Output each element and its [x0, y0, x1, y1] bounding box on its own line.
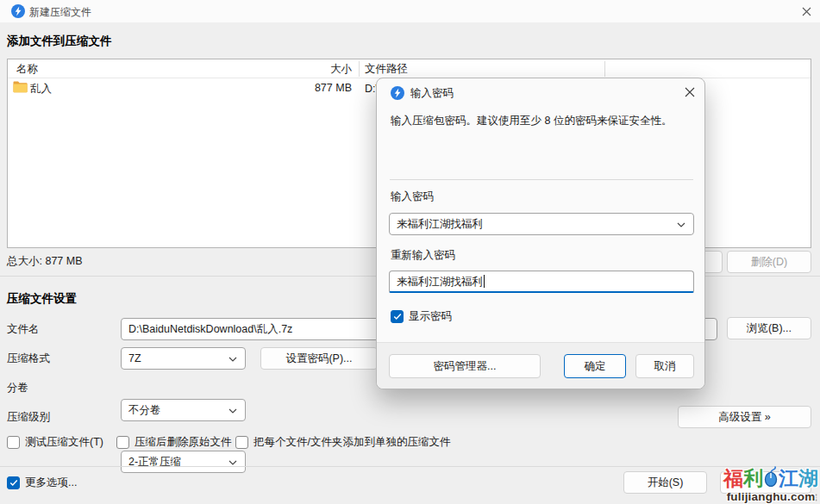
app-icon — [391, 86, 404, 100]
chevron-down-icon — [677, 222, 685, 227]
volume-label: 分卷 — [7, 376, 28, 399]
more-options-label: 更多选项... — [25, 476, 77, 490]
format-label: 压缩格式 — [7, 347, 50, 370]
column-header-name[interactable]: 名称 — [16, 62, 38, 77]
file-size: 877 MB — [266, 82, 352, 94]
resize-grip[interactable] — [810, 494, 817, 501]
window-title: 新建压缩文件 — [29, 5, 91, 20]
column-divider[interactable] — [359, 61, 360, 77]
checkbox-unchecked[interactable] — [7, 436, 20, 449]
total-size-label: 总大小: 877 MB — [7, 254, 83, 269]
file-name: 乱入 — [30, 82, 52, 96]
app-icon — [11, 4, 25, 18]
option-label: 压缩后删除原始文件 — [135, 435, 232, 450]
option-delete-after[interactable]: 压缩后删除原始文件 — [116, 435, 232, 450]
password-label: 输入密码 — [391, 185, 434, 208]
more-options-toggle[interactable]: 更多选项... — [7, 476, 77, 490]
add-files-section-title: 添加文件到压缩文件 — [7, 34, 112, 49]
dialog-close-button[interactable] — [680, 84, 699, 101]
column-header-size[interactable]: 大小 — [266, 62, 352, 77]
check-icon — [393, 313, 402, 320]
format-value: 7Z — [128, 352, 141, 364]
checkbox-checked[interactable] — [7, 476, 20, 489]
reenter-password-label: 重新输入密码 — [391, 244, 455, 266]
option-test-archive[interactable]: 测试压缩文件(T) — [7, 435, 103, 450]
cancel-button[interactable] — [720, 471, 811, 494]
check-icon — [9, 479, 18, 487]
folder-icon — [13, 81, 28, 93]
start-button[interactable]: 开始(S) — [623, 471, 707, 494]
reenter-password-value: 来福利江湖找福利 — [397, 276, 483, 288]
chevron-down-icon — [228, 357, 237, 362]
level-label: 压缩级别 — [7, 406, 50, 428]
browse-button[interactable]: 浏览(B)... — [727, 317, 811, 339]
divider — [0, 466, 820, 467]
archive-settings-section-title: 压缩文件设置 — [7, 291, 77, 307]
option-label: 测试压缩文件(T) — [25, 435, 103, 450]
checkbox-unchecked[interactable] — [235, 436, 248, 449]
level-dropdown[interactable]: 2-正常压缩 — [121, 451, 246, 473]
delete-button[interactable]: 删除(D) — [727, 251, 811, 273]
set-password-button[interactable]: 设置密码(P)... — [260, 347, 378, 370]
password-dialog: 输入密码 输入压缩包密码。建议使用至少 8 位的密码来保证安全性。 输入密码 来… — [376, 78, 705, 389]
dialog-footer: 密码管理器... 确定 取消 — [377, 342, 704, 389]
close-icon — [685, 87, 695, 97]
ok-button[interactable]: 确定 — [564, 354, 626, 378]
dialog-cancel-button[interactable]: 取消 — [635, 354, 694, 378]
dialog-description: 输入压缩包密码。建议使用至少 8 位的密码来保证安全性。 — [391, 114, 692, 128]
checkbox-unchecked[interactable] — [116, 436, 129, 449]
file-list-header: 名称 大小 文件路径 — [8, 59, 811, 78]
window-close-button[interactable] — [797, 3, 816, 20]
option-separate-archives[interactable]: 把每个文件/文件夹添加到单独的压缩文件 — [235, 435, 450, 450]
checkbox-checked[interactable] — [391, 310, 404, 323]
dialog-title: 输入密码 — [410, 86, 454, 101]
close-icon — [802, 7, 811, 16]
chevron-down-icon — [228, 460, 237, 465]
password-manager-button[interactable]: 密码管理器... — [389, 354, 541, 378]
text-cursor — [484, 275, 485, 288]
show-password-label: 显示密码 — [409, 309, 452, 324]
format-dropdown[interactable]: 7Z — [121, 347, 246, 370]
reenter-password-input[interactable]: 来福利江湖找福利 — [389, 271, 694, 293]
filename-label: 文件名 — [7, 318, 40, 340]
title-bar: 新建压缩文件 — [0, 0, 820, 22]
password-value: 来福利江湖找福利 — [397, 218, 483, 230]
column-header-path[interactable]: 文件路径 — [365, 62, 408, 77]
show-password-toggle[interactable]: 显示密码 — [391, 309, 452, 324]
volume-dropdown[interactable]: 不分卷 — [121, 399, 246, 421]
option-label: 把每个文件/文件夹添加到单独的压缩文件 — [254, 435, 450, 450]
divider — [390, 179, 693, 180]
volume-value: 不分卷 — [128, 404, 161, 416]
chevron-down-icon — [228, 408, 237, 414]
password-input[interactable]: 来福利江湖找福利 — [389, 213, 694, 235]
column-divider[interactable] — [604, 61, 605, 77]
advanced-settings-button[interactable]: 高级设置 » — [678, 406, 811, 428]
